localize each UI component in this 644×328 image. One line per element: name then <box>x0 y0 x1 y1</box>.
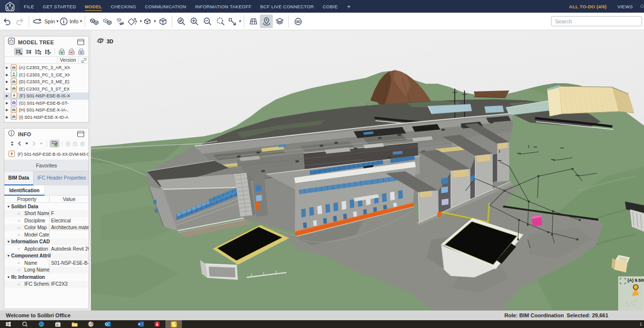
panel-layout-icon[interactable] <box>76 130 85 138</box>
menu-item-communication[interactable]: COMMUNICATION <box>141 0 191 13</box>
info-basket-button[interactable] <box>79 140 86 147</box>
menu-item-checking[interactable]: CHECKING <box>107 0 141 13</box>
favorites-button[interactable]: Favorites <box>4 160 89 171</box>
sort-button[interactable] <box>9 140 15 147</box>
back-button[interactable] <box>16 140 22 147</box>
word-icon[interactable] <box>132 320 149 328</box>
tree-view-4-button[interactable] <box>43 48 52 55</box>
model-tree-row[interactable]: ▶(F) S01-NSP-ESE-B-IS-X <box>4 92 89 100</box>
model-tree-row[interactable]: ▶(C) C2303_PC_3_GE_XX <box>4 72 89 79</box>
tab-ifc-header-properties[interactable]: IFC Header Properties <box>34 171 89 185</box>
property-row[interactable]: =DisciplineElectrical <box>4 217 89 224</box>
forward-button[interactable] <box>31 140 37 147</box>
zoom-selection-button[interactable] <box>214 15 227 28</box>
expand-arrow-icon[interactable]: ▶ <box>6 94 11 98</box>
property-row[interactable]: =Long Name <box>4 267 89 274</box>
color-components-button[interactable]: ▾ <box>127 15 142 28</box>
property-group-row[interactable]: ▼Ifc Information <box>4 273 89 281</box>
expand-arrow-icon[interactable]: ▶ <box>6 87 11 91</box>
solibri-logo[interactable] <box>0 0 19 13</box>
file-explorer-icon[interactable] <box>66 320 83 328</box>
property-row[interactable]: =Color MapArchitecture.mate... <box>4 224 89 232</box>
search-icon[interactable] <box>17 320 33 328</box>
menu-item-information-takeoff[interactable]: INFORMATION TAKEOFF <box>191 0 256 13</box>
tree-view-1-button[interactable] <box>14 48 23 55</box>
model-tree-row[interactable]: ▶(G) S01-NSP-ESE-B-ST- <box>4 100 89 107</box>
model-tree-row[interactable]: ▶(I) S01-NSP-ESE-X-ID-A <box>4 114 89 121</box>
user-icon[interactable] <box>638 0 644 13</box>
viewport-3d[interactable]: 3D (A) 9.500 <box>91 30 644 310</box>
panel-layout-icon[interactable] <box>76 38 85 46</box>
expand-arrow-icon[interactable]: ▶ <box>6 115 11 119</box>
property-row[interactable]: =Short NameF <box>4 210 89 218</box>
windows-start-icon[interactable] <box>0 320 17 328</box>
show-all-button[interactable] <box>88 15 101 28</box>
model-tree-row[interactable]: ▶(E) C2303_PC_3_ST_EX <box>4 86 89 93</box>
info-tool-button[interactable]: Info▾ <box>59 15 82 28</box>
store-icon[interactable] <box>50 320 66 328</box>
property-group-row[interactable]: ▼Solibri Data <box>4 203 89 210</box>
tree-view-3-button[interactable] <box>34 48 42 55</box>
minimap[interactable]: (A) 9.500 <box>618 276 644 310</box>
property-row[interactable]: =ApplicationAutodesk Revit 20... <box>4 245 89 253</box>
zoom-fit-button[interactable] <box>175 15 188 28</box>
all-todo-button[interactable]: ALL TO-DO (4/6) <box>564 0 612 13</box>
expand-arrow-icon[interactable]: ▶ <box>6 108 11 112</box>
subtab-identification[interactable]: Identification <box>4 185 45 196</box>
views-button[interactable]: VIEWS <box>612 0 638 13</box>
expand-arrow-icon[interactable]: ▶ <box>6 73 11 77</box>
layers-button[interactable] <box>273 15 286 28</box>
model-tree-row[interactable]: ▶(A) C2303_PC_3_AR_XX <box>4 64 89 72</box>
property-column-header[interactable]: Property <box>4 196 50 202</box>
search-input[interactable] <box>551 16 642 26</box>
model-tree-row[interactable]: ▶(D) C2303_PC_3_ME_E) <box>4 78 89 86</box>
menu-item--[interactable]: + <box>342 0 356 13</box>
3d-settings-button[interactable]: 3D <box>291 15 304 28</box>
minimap-camera-dot[interactable] <box>633 285 638 290</box>
property-row[interactable]: =IFC SchemaIFC2X3 <box>4 281 89 288</box>
version-column-header[interactable]: Version <box>57 57 78 63</box>
photos-icon[interactable] <box>116 320 132 328</box>
hide-button[interactable] <box>101 15 114 28</box>
forward-list-button[interactable] <box>38 140 44 147</box>
property-group-row[interactable]: ▼Information CAD <box>4 238 89 246</box>
edge-icon[interactable] <box>33 320 50 328</box>
menu-item-get-started[interactable]: GET STARTED <box>38 0 80 13</box>
property-group-row[interactable]: ▼Component Attril <box>4 253 89 260</box>
spin-button[interactable]: Spin▾ <box>32 15 59 28</box>
back-list-button[interactable] <box>23 140 30 147</box>
component-view-button[interactable]: ▾ <box>142 15 156 28</box>
remove-model-button[interactable] <box>67 48 76 55</box>
menu-item-file[interactable]: FILE <box>19 0 38 13</box>
property-row[interactable]: =NameS01-NSP-ESE-B-IS-... <box>4 259 89 267</box>
expand-arrow-icon[interactable]: ▶ <box>6 80 11 84</box>
add-basket-button[interactable] <box>65 140 71 147</box>
menu-item-model[interactable]: MODEL <box>80 0 107 13</box>
add-model-button[interactable] <box>57 48 66 55</box>
expand-arrow-icon[interactable]: ▶ <box>6 66 11 70</box>
tab-bim-data[interactable]: BIM Data <box>4 171 34 185</box>
adobe-icon[interactable] <box>149 320 165 328</box>
menu-item-cobie[interactable]: COBIE <box>318 0 342 13</box>
walk-mode-button[interactable] <box>260 15 273 28</box>
outlook-icon[interactable] <box>99 320 116 328</box>
remove-basket-button[interactable] <box>72 140 78 147</box>
solibri-icon[interactable] <box>165 320 182 328</box>
model-3d-scene[interactable] <box>91 30 644 310</box>
model-tree-row[interactable]: ▶(H) S01-NSP-ESE-X-IA-, <box>4 107 89 114</box>
value-column-header[interactable]: Value <box>50 196 89 202</box>
tree-view-2-button[interactable] <box>24 48 33 55</box>
pick-tool-button[interactable]: ▾ <box>227 15 241 28</box>
expand-arrow-icon[interactable]: ▶ <box>6 101 11 105</box>
section-box-button[interactable] <box>156 15 169 28</box>
hide-others-button[interactable] <box>114 15 127 28</box>
footprint-button[interactable] <box>247 15 260 28</box>
zoom-out-button[interactable] <box>201 15 214 28</box>
undo-button[interactable] <box>0 15 13 28</box>
property-row[interactable]: =Model Cate <box>4 231 89 238</box>
paint-selected-button[interactable] <box>50 140 59 147</box>
menu-item-bcf-live-connector[interactable]: BCF LIVE CONNECTOR <box>256 0 318 13</box>
chrome-icon[interactable] <box>83 320 99 328</box>
model-info-button[interactable] <box>77 48 86 55</box>
zoom-in-button[interactable] <box>188 15 201 28</box>
